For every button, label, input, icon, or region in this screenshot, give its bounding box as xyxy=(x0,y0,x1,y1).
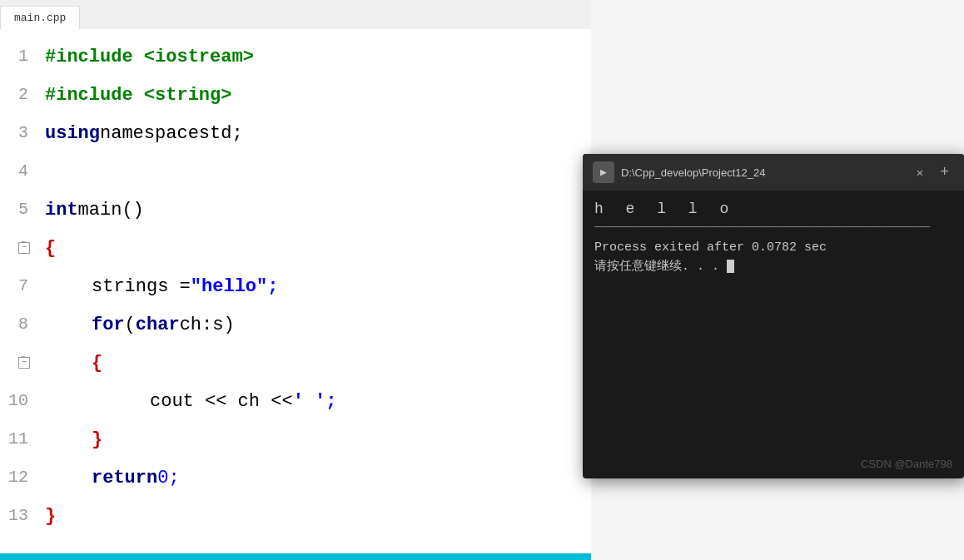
code-line-11: } xyxy=(42,420,591,458)
code-line-13: } xyxy=(42,497,591,535)
code-line-6: { xyxy=(42,229,591,267)
terminal-watermark: CSDN @Dante798 xyxy=(861,458,952,470)
fold-6[interactable]: − xyxy=(18,242,30,254)
terminal-titlebar: ▶ D:\Cpp_develop\Project12_24 ✕ + xyxy=(583,154,964,191)
code-line-9: { xyxy=(42,344,591,382)
code-line-7: string s = "hello"; xyxy=(42,267,591,305)
code-line-3: using namespace std; xyxy=(42,114,591,152)
terminal-cursor xyxy=(727,260,734,273)
terminal-close-button[interactable]: ✕ xyxy=(912,164,928,181)
code-line-2: #include <string> xyxy=(42,76,591,114)
code-editor: main.cpp 1 2 3 4 5 6 − 7 8 9 − 10 11 12 … xyxy=(0,0,591,560)
status-bar xyxy=(0,553,591,560)
ln-11: 11 xyxy=(0,420,28,458)
code-line-1: #include <iostream> xyxy=(42,37,591,76)
tab-bar: main.cpp xyxy=(0,0,591,29)
ln-6: 6 − xyxy=(0,229,28,267)
code-line-10: cout << ch << ' '; xyxy=(42,382,591,420)
code-area: 1 2 3 4 5 6 − 7 8 9 − 10 11 12 13 #inclu… xyxy=(0,29,591,560)
code-content: #include <iostream> #include <string> us… xyxy=(42,37,591,560)
terminal-divider: ────────────────────────────────────────… xyxy=(594,221,952,234)
ln-3: 3 xyxy=(0,114,28,152)
line-numbers: 1 2 3 4 5 6 − 7 8 9 − 10 11 12 13 xyxy=(0,37,42,560)
file-tab[interactable]: main.cpp xyxy=(0,6,80,29)
code-line-4 xyxy=(42,152,591,191)
terminal-add-button[interactable]: + xyxy=(935,162,954,182)
code-line-8: for(char ch:s) xyxy=(42,305,591,344)
terminal-title: D:\Cpp_develop\Project12_24 xyxy=(621,166,905,179)
fold-9[interactable]: − xyxy=(18,357,30,369)
ln-5: 5 xyxy=(0,191,28,229)
code-line-5: int main() xyxy=(42,191,591,229)
terminal-body[interactable]: h e l l o ──────────────────────────────… xyxy=(583,191,964,478)
terminal-continue-line: 请按任意键继续. . . xyxy=(594,258,952,274)
terminal-window: ▶ D:\Cpp_develop\Project12_24 ✕ + h e l … xyxy=(583,154,964,478)
ln-10: 10 xyxy=(0,382,28,420)
code-line-12: return 0; xyxy=(42,458,591,497)
terminal-app-icon: ▶ xyxy=(593,161,614,183)
ln-12: 12 xyxy=(0,458,28,497)
ln-9: 9 − xyxy=(0,344,28,382)
terminal-process-line: Process exited after 0.0782 sec xyxy=(594,240,952,255)
ln-1: 1 xyxy=(0,37,28,76)
tab-filename: main.cpp xyxy=(14,12,66,24)
ln-8: 8 xyxy=(0,305,28,344)
ln-13: 13 xyxy=(0,497,28,535)
ln-4: 4 xyxy=(0,152,28,191)
ln-7: 7 xyxy=(0,267,28,305)
terminal-output-hello: h e l l o xyxy=(594,201,952,217)
ln-2: 2 xyxy=(0,76,28,114)
